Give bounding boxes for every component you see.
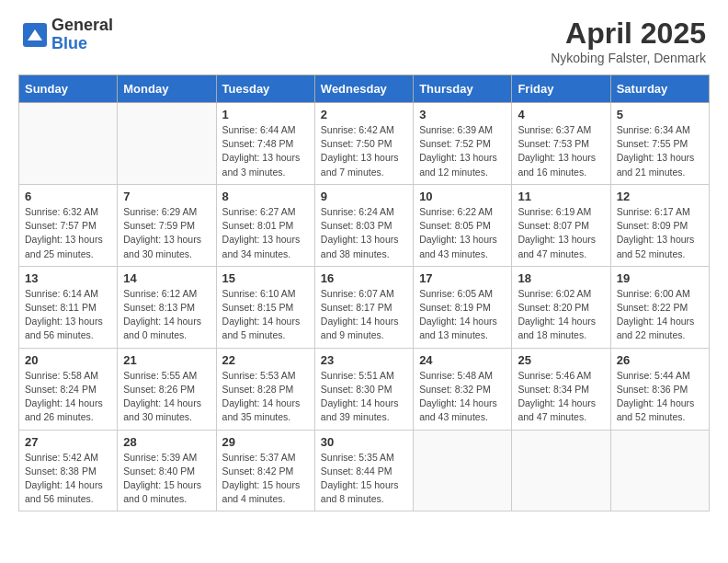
day-number: 3 <box>419 108 506 121</box>
calendar-week-5: 27Sunrise: 5:42 AMSunset: 8:38 PMDayligh… <box>19 430 710 511</box>
day-info: Sunrise: 5:48 AMSunset: 8:32 PMDaylight:… <box>419 369 506 425</box>
day-number: 17 <box>419 271 506 285</box>
calendar-cell: 28Sunrise: 5:39 AMSunset: 8:40 PMDayligh… <box>118 430 216 511</box>
day-info: Sunrise: 6:37 AMSunset: 7:53 PMDaylight:… <box>518 123 604 179</box>
calendar-cell <box>414 430 512 511</box>
day-info: Sunrise: 5:39 AMSunset: 8:40 PMDaylight:… <box>123 451 210 507</box>
day-number: 13 <box>25 271 111 285</box>
calendar-cell: 7Sunrise: 6:29 AMSunset: 7:59 PMDaylight… <box>118 184 216 266</box>
calendar-week-4: 20Sunrise: 5:58 AMSunset: 8:24 PMDayligh… <box>19 348 710 430</box>
day-info: Sunrise: 5:55 AMSunset: 8:26 PMDaylight:… <box>123 369 210 425</box>
title-block: April 2025 Nykobing Falster, Denmark <box>551 17 706 65</box>
day-info: Sunrise: 6:29 AMSunset: 7:59 PMDaylight:… <box>123 205 210 261</box>
calendar-cell: 2Sunrise: 6:42 AMSunset: 7:50 PMDaylight… <box>314 103 413 185</box>
day-info: Sunrise: 6:44 AMSunset: 7:48 PMDaylight:… <box>222 123 309 179</box>
logo-general: General <box>51 17 113 35</box>
calendar-cell: 26Sunrise: 5:44 AMSunset: 8:36 PMDayligh… <box>610 348 709 430</box>
calendar-cell: 9Sunrise: 6:24 AMSunset: 8:03 PMDaylight… <box>314 184 413 266</box>
day-number: 11 <box>518 190 604 203</box>
calendar-cell: 29Sunrise: 5:37 AMSunset: 8:42 PMDayligh… <box>216 430 314 511</box>
day-info: Sunrise: 6:27 AMSunset: 8:01 PMDaylight:… <box>222 205 309 261</box>
day-info: Sunrise: 6:32 AMSunset: 7:57 PMDaylight:… <box>25 205 111 261</box>
day-info: Sunrise: 5:51 AMSunset: 8:30 PMDaylight:… <box>321 369 407 425</box>
weekday-wednesday: Wednesday <box>314 75 413 103</box>
day-number: 23 <box>321 353 407 367</box>
day-number: 8 <box>222 190 309 203</box>
day-info: Sunrise: 5:37 AMSunset: 8:42 PMDaylight:… <box>222 451 309 507</box>
day-info: Sunrise: 6:22 AMSunset: 8:05 PMDaylight:… <box>419 205 506 261</box>
calendar-cell <box>19 103 118 185</box>
day-number: 1 <box>222 108 309 121</box>
day-number: 24 <box>419 353 506 367</box>
day-number: 30 <box>321 435 407 449</box>
day-info: Sunrise: 5:44 AMSunset: 8:36 PMDaylight:… <box>617 369 703 425</box>
day-number: 19 <box>617 271 703 285</box>
day-number: 16 <box>321 271 407 285</box>
calendar-cell <box>610 430 709 511</box>
calendar-cell: 8Sunrise: 6:27 AMSunset: 8:01 PMDaylight… <box>216 184 314 266</box>
calendar-cell: 20Sunrise: 5:58 AMSunset: 8:24 PMDayligh… <box>19 348 118 430</box>
day-info: Sunrise: 6:05 AMSunset: 8:19 PMDaylight:… <box>419 287 506 343</box>
calendar-cell: 15Sunrise: 6:10 AMSunset: 8:15 PMDayligh… <box>216 266 314 348</box>
day-number: 20 <box>25 353 111 367</box>
day-number: 7 <box>123 190 210 203</box>
calendar-cell: 18Sunrise: 6:02 AMSunset: 8:20 PMDayligh… <box>512 266 610 348</box>
calendar-cell: 5Sunrise: 6:34 AMSunset: 7:55 PMDaylight… <box>610 103 709 185</box>
day-info: Sunrise: 5:53 AMSunset: 8:28 PMDaylight:… <box>222 369 309 425</box>
calendar-cell: 30Sunrise: 5:35 AMSunset: 8:44 PMDayligh… <box>314 430 413 511</box>
day-number: 22 <box>222 353 309 367</box>
calendar-cell: 17Sunrise: 6:05 AMSunset: 8:19 PMDayligh… <box>414 266 512 348</box>
day-number: 6 <box>25 190 111 203</box>
day-number: 2 <box>321 108 407 121</box>
day-info: Sunrise: 5:35 AMSunset: 8:44 PMDaylight:… <box>321 451 407 507</box>
day-number: 9 <box>321 190 407 203</box>
day-number: 18 <box>518 271 604 285</box>
calendar-cell: 19Sunrise: 6:00 AMSunset: 8:22 PMDayligh… <box>610 266 709 348</box>
logo: General Blue <box>22 17 113 53</box>
calendar-week-1: 1Sunrise: 6:44 AMSunset: 7:48 PMDaylight… <box>19 103 710 185</box>
day-number: 21 <box>123 353 210 367</box>
calendar-cell: 21Sunrise: 5:55 AMSunset: 8:26 PMDayligh… <box>118 348 216 430</box>
day-number: 14 <box>123 271 210 285</box>
weekday-tuesday: Tuesday <box>216 75 314 103</box>
header: General Blue April 2025 Nykobing Falster… <box>0 0 728 75</box>
calendar-week-3: 13Sunrise: 6:14 AMSunset: 8:11 PMDayligh… <box>19 266 710 348</box>
day-number: 26 <box>617 353 703 367</box>
weekday-sunday: Sunday <box>19 75 118 103</box>
logo-blue: Blue <box>51 35 113 53</box>
day-number: 15 <box>222 271 309 285</box>
weekday-friday: Friday <box>512 75 610 103</box>
day-info: Sunrise: 5:46 AMSunset: 8:34 PMDaylight:… <box>518 369 604 425</box>
day-info: Sunrise: 6:39 AMSunset: 7:52 PMDaylight:… <box>419 123 506 179</box>
day-info: Sunrise: 5:58 AMSunset: 8:24 PMDaylight:… <box>25 369 111 425</box>
day-info: Sunrise: 6:17 AMSunset: 8:09 PMDaylight:… <box>617 205 703 261</box>
day-info: Sunrise: 6:34 AMSunset: 7:55 PMDaylight:… <box>617 123 703 179</box>
calendar-cell <box>512 430 610 511</box>
day-number: 4 <box>518 108 604 121</box>
day-number: 25 <box>518 353 604 367</box>
weekday-monday: Monday <box>118 75 216 103</box>
calendar-cell: 10Sunrise: 6:22 AMSunset: 8:05 PMDayligh… <box>414 184 512 266</box>
logo-icon <box>22 22 48 48</box>
day-info: Sunrise: 5:42 AMSunset: 8:38 PMDaylight:… <box>25 451 111 507</box>
day-info: Sunrise: 6:10 AMSunset: 8:15 PMDaylight:… <box>222 287 309 343</box>
calendar-cell: 6Sunrise: 6:32 AMSunset: 7:57 PMDaylight… <box>19 184 118 266</box>
calendar-cell: 25Sunrise: 5:46 AMSunset: 8:34 PMDayligh… <box>512 348 610 430</box>
day-number: 29 <box>222 435 309 449</box>
calendar-cell <box>118 103 216 185</box>
calendar-wrapper: SundayMondayTuesdayWednesdayThursdayFrid… <box>0 75 728 521</box>
calendar-cell: 11Sunrise: 6:19 AMSunset: 8:07 PMDayligh… <box>512 184 610 266</box>
day-number: 10 <box>419 190 506 203</box>
logo-text: General Blue <box>51 17 113 53</box>
day-info: Sunrise: 6:19 AMSunset: 8:07 PMDaylight:… <box>518 205 604 261</box>
day-info: Sunrise: 6:12 AMSunset: 8:13 PMDaylight:… <box>123 287 210 343</box>
calendar-location: Nykobing Falster, Denmark <box>551 51 706 65</box>
calendar-cell: 22Sunrise: 5:53 AMSunset: 8:28 PMDayligh… <box>216 348 314 430</box>
calendar-cell: 3Sunrise: 6:39 AMSunset: 7:52 PMDaylight… <box>414 103 512 185</box>
calendar-week-2: 6Sunrise: 6:32 AMSunset: 7:57 PMDaylight… <box>19 184 710 266</box>
day-info: Sunrise: 6:00 AMSunset: 8:22 PMDaylight:… <box>617 287 703 343</box>
calendar-body: 1Sunrise: 6:44 AMSunset: 7:48 PMDaylight… <box>19 103 710 511</box>
calendar-cell: 12Sunrise: 6:17 AMSunset: 8:09 PMDayligh… <box>610 184 709 266</box>
calendar-cell: 27Sunrise: 5:42 AMSunset: 8:38 PMDayligh… <box>19 430 118 511</box>
day-info: Sunrise: 6:02 AMSunset: 8:20 PMDaylight:… <box>518 287 604 343</box>
